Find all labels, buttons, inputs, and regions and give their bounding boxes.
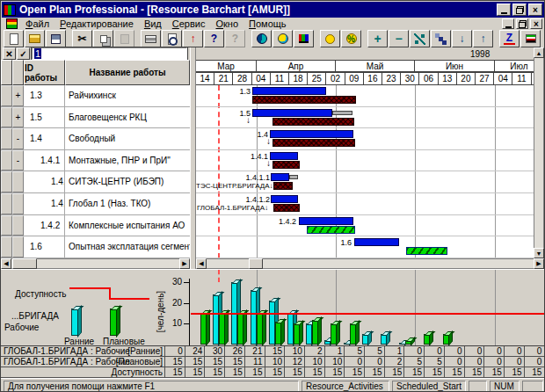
early-bar[interactable] (271, 173, 289, 181)
float-bar[interactable] (289, 175, 298, 179)
resource-analysis-button[interactable] (272, 30, 293, 47)
row-selector[interactable] (1, 215, 12, 236)
table-row[interactable]: +1.3Райчихинск (1, 85, 190, 107)
row-toggle[interactable] (12, 193, 24, 214)
add-button[interactable]: + (367, 30, 388, 47)
row-toggle[interactable] (12, 215, 24, 236)
app-icon[interactable] (4, 4, 16, 16)
cell-activity-name[interactable]: Комплексные испытания АО (65, 215, 190, 236)
histogram-table-button[interactable] (520, 30, 541, 47)
cell-activity-name[interactable]: Свободный (65, 128, 190, 149)
vertical-scrollbar[interactable] (534, 47, 544, 258)
accept-edit-button[interactable]: ✓ (17, 47, 30, 60)
update-button[interactable]: ↑ (183, 30, 203, 47)
save-button[interactable] (46, 30, 66, 47)
row-selector[interactable] (1, 236, 12, 258)
table-row[interactable]: -1.4.1Монтажные, ПНР и ПрИ" (1, 150, 190, 172)
row-toggle[interactable]: + (12, 107, 24, 128)
cell-activity-id[interactable]: 1.5 (24, 107, 65, 128)
mdi-restore-button[interactable] (516, 18, 528, 29)
table-scroll-left-button[interactable]: ◀ (1, 258, 11, 269)
menu-tools[interactable]: Сервис (167, 18, 211, 30)
menu-help[interactable]: Помощь (243, 18, 292, 30)
row-toggle[interactable] (12, 236, 24, 258)
close-button[interactable]: × (528, 4, 542, 16)
baseline-bar[interactable] (273, 204, 300, 212)
early-bar[interactable] (299, 217, 353, 225)
table-row[interactable]: 1.6Опытная эксплатация сегмента (1, 236, 190, 258)
cell-activity-name[interactable]: Благовещенск РКЦ (65, 107, 190, 128)
time-analysis-button[interactable] (251, 30, 272, 47)
scheduled-bar[interactable] (307, 226, 355, 234)
cell-activity-id[interactable]: 1.4.2 (24, 215, 65, 236)
menu-edit[interactable]: Редактирование (54, 18, 139, 30)
open-button[interactable] (25, 30, 45, 47)
baseline-bar[interactable] (272, 139, 355, 147)
baseline-bar[interactable] (272, 161, 300, 169)
remove-button[interactable]: − (389, 30, 409, 47)
barchart-button[interactable] (294, 30, 314, 47)
row-toggle[interactable]: + (12, 85, 24, 106)
row-selector[interactable] (1, 128, 12, 149)
table-row[interactable]: 1.4.1Глобал 1 (Наз. ТКО) (1, 193, 190, 215)
gantt-scroll-thumb[interactable] (249, 258, 263, 269)
early-bar[interactable] (271, 195, 298, 203)
menu-view[interactable]: Вид (139, 18, 167, 30)
early-bar[interactable] (270, 130, 353, 138)
mdi-minimize-button[interactable] (502, 18, 514, 29)
cell-activity-id[interactable]: 1.4.1 (24, 171, 65, 192)
cell-activity-name[interactable]: Монтажные, ПНР и ПрИ" (65, 150, 190, 171)
table-row[interactable]: -1.4Свободный (1, 128, 190, 150)
print-button[interactable] (141, 30, 161, 47)
baseline-bar[interactable] (273, 182, 293, 190)
move-up-button[interactable]: ↑ (473, 30, 493, 47)
float-bar[interactable] (332, 111, 352, 115)
row-selector[interactable] (1, 171, 12, 192)
print-preview-button[interactable] (162, 30, 182, 47)
table-row[interactable]: 1.4.2Комплексные испытания АО (1, 215, 190, 237)
row-selector[interactable] (1, 150, 12, 171)
help-button[interactable]: ? (204, 30, 224, 47)
cell-activity-name[interactable]: Райчихинск (65, 85, 190, 106)
scheduled-bar[interactable] (406, 247, 447, 255)
minimize-button[interactable] (497, 4, 511, 16)
early-bar[interactable] (270, 152, 298, 160)
row-toggle[interactable] (12, 171, 24, 192)
table-row[interactable]: +1.5Благовещенск РКЦ (1, 107, 190, 129)
cell-activity-name[interactable]: Опытная эксплатация сегмента (65, 236, 190, 258)
pane-splitter[interactable] (190, 47, 196, 269)
copy-button[interactable] (93, 30, 113, 47)
restore-button[interactable] (512, 4, 527, 16)
move-down-button[interactable]: ↓ (452, 30, 472, 47)
link-button[interactable] (410, 30, 430, 47)
cell-activity-name[interactable]: Глобал 1 (Наз. ТКО) (65, 193, 190, 214)
gantt-scroll-left-button[interactable]: ◀ (196, 258, 207, 269)
cell-activity-id[interactable]: 1.4.1 (24, 193, 65, 214)
column-header-id[interactable]: ID работы (24, 60, 65, 85)
percent-button[interactable]: % (341, 30, 361, 47)
scroll-up-button[interactable]: ▲ (534, 47, 544, 58)
document-icon[interactable] (6, 18, 18, 29)
table-scroll-right-button[interactable]: ▶ (179, 258, 190, 269)
cell-activity-id[interactable]: 1.3 (24, 85, 65, 106)
early-bar[interactable] (252, 87, 326, 95)
cost-button[interactable] (320, 30, 340, 47)
scroll-down-button[interactable]: ▼ (534, 248, 544, 258)
mdi-close-button[interactable]: × (530, 18, 542, 29)
new-button[interactable] (4, 30, 24, 47)
table-scroll-thumb[interactable] (12, 258, 37, 269)
cell-activity-name[interactable]: СИТЭК-ЦЕНТР (ИБЭП) (65, 171, 190, 192)
row-toggle[interactable]: - (12, 128, 24, 149)
row-toggle[interactable]: - (12, 150, 24, 171)
early-bar[interactable] (354, 238, 399, 246)
cut-button[interactable]: ✂ (72, 30, 92, 47)
column-header-name[interactable]: Название работы (65, 60, 190, 85)
baseline-bar[interactable] (252, 96, 356, 104)
row-selector[interactable] (1, 107, 12, 128)
cell-activity-id[interactable]: 1.4 (24, 128, 65, 149)
baseline-bar[interactable] (272, 118, 354, 126)
early-bar[interactable] (252, 109, 332, 117)
cell-edit-input[interactable]: 1 (32, 47, 187, 60)
zoom-z-button[interactable]: Z (499, 30, 520, 47)
cell-activity-id[interactable]: 1.4.1 (24, 150, 65, 171)
